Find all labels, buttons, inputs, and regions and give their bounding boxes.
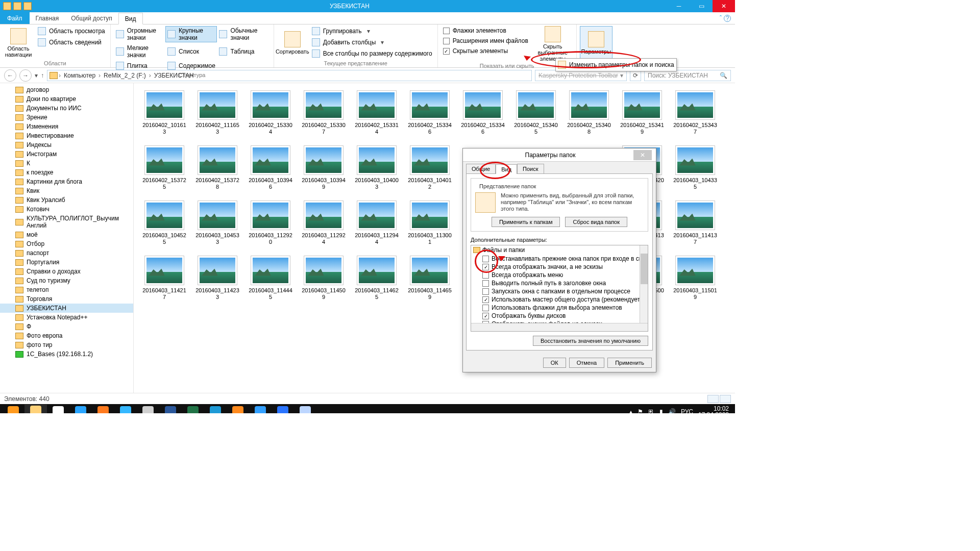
file-thumb[interactable]: 20160402_153725 [138, 145, 191, 190]
layout-small[interactable]: Мелкие значки [114, 43, 165, 60]
tree-item[interactable]: к поездке [0, 168, 133, 177]
taskbar-app-excel[interactable] [182, 405, 204, 413]
layout-normal[interactable]: Обычные значки [217, 26, 268, 42]
file-thumb[interactable]: 20160402_153304 [244, 90, 297, 135]
view-details-button[interactable] [707, 395, 719, 403]
file-thumb[interactable]: 20160403_103949 [297, 145, 350, 190]
advanced-option[interactable]: Отображать буквы дисков [471, 312, 648, 320]
breadcrumb-seg[interactable]: ReMix_2_2 (F:) [102, 72, 148, 79]
tree-item[interactable]: Картинки для блога [0, 177, 133, 186]
view-icons-button[interactable] [720, 395, 731, 403]
tree-item[interactable]: паспорт [0, 248, 133, 258]
advanced-option[interactable]: Запускать окна с папками в отдельном про… [471, 287, 648, 295]
tree-item[interactable]: Установка Notepad++ [0, 313, 133, 322]
tree-item[interactable]: телетоп [0, 285, 133, 294]
tray-clock[interactable]: 10:02 17.04.2020 [698, 406, 729, 413]
tree-item[interactable]: Торговля [0, 294, 133, 304]
file-thumb[interactable]: 20160402_153728 [191, 145, 244, 190]
hide-selected-button[interactable]: Скрыть выбранные элементы [532, 26, 573, 62]
advanced-option[interactable]: Использовать мастер общего доступа (реко… [471, 295, 648, 304]
scrollbar-horizontal[interactable] [471, 323, 648, 331]
qat-icon[interactable] [13, 2, 21, 10]
dlg-tab-general[interactable]: Общие [466, 164, 496, 173]
qat-icon[interactable] [3, 2, 11, 10]
sort-button[interactable]: Сортировать [277, 26, 308, 59]
back-button[interactable]: ← [4, 69, 16, 82]
advanced-option[interactable]: Использовать флажки для выбора элементов [471, 304, 648, 312]
tray-up-icon[interactable]: ▴ [629, 408, 632, 413]
show-extensions[interactable]: Расширения имен файлов [441, 36, 530, 45]
scrollbar-vertical[interactable] [640, 245, 648, 323]
file-thumb[interactable]: 20160402_153314 [350, 90, 403, 135]
dialog-close-button[interactable]: ✕ [633, 150, 652, 160]
system-tray[interactable]: ▴ ⚑ ⛨ ▮ 🔊 РУС 10:02 17.04.2020 [629, 406, 733, 413]
tree-item[interactable]: Зрение [0, 113, 133, 122]
tree-item[interactable]: договор [0, 85, 133, 94]
file-thumb[interactable]: 20160403_114217 [138, 256, 191, 300]
taskbar-app-at[interactable] [204, 405, 227, 413]
tree-item[interactable]: моё [0, 230, 133, 239]
file-thumb[interactable]: 20160403_112920 [244, 201, 297, 245]
taskbar-app-fox[interactable] [227, 405, 249, 413]
tree-item[interactable]: Документы по ИИС [0, 104, 133, 113]
tree-item[interactable]: К [0, 159, 133, 168]
file-thumb[interactable]: 20160403_104003 [350, 145, 403, 190]
tree-item[interactable]: Ф [0, 322, 133, 331]
tree-item[interactable]: Суд по туризму [0, 276, 133, 285]
taskbar-app-7zip[interactable] [137, 405, 159, 413]
taskbar-app-media[interactable] [2, 405, 24, 413]
layout-list[interactable]: Список [165, 43, 217, 60]
tree-item[interactable]: Справки о доходах [0, 267, 133, 276]
apply-to-folders-button[interactable]: Применить к папкам [492, 217, 560, 227]
tray-flag-icon[interactable]: ⚑ [638, 408, 643, 413]
file-thumb[interactable]: 20160403_104012 [403, 145, 456, 190]
ok-button[interactable]: ОК [543, 358, 566, 368]
file-thumb[interactable]: 20160403_104533 [191, 201, 244, 245]
file-thumb[interactable]: 20160403_115019 [669, 256, 722, 300]
file-thumb[interactable]: 20160403_104525 [138, 201, 191, 245]
taskbar-app-firefox[interactable] [92, 405, 114, 413]
tree-item[interactable]: Португалия [0, 258, 133, 267]
close-button[interactable]: ✕ [713, 0, 735, 12]
dlg-tab-search[interactable]: Поиск [517, 164, 544, 173]
tray-volume-icon[interactable]: 🔊 [668, 408, 676, 413]
file-thumb[interactable]: 20160403_112924 [297, 201, 350, 245]
tree-item[interactable]: Квик Уралсиб [0, 195, 133, 205]
advanced-option[interactable]: Выводить полный путь в заголовке окна [471, 279, 648, 287]
ribbon-collapse[interactable]: ˆ ? [716, 12, 735, 24]
group-button[interactable]: Группировать▾ [310, 26, 434, 36]
file-thumb[interactable]: 20160403_114445 [244, 256, 297, 300]
breadcrumb-seg[interactable]: Компьютер [62, 72, 97, 79]
fitcols-button[interactable]: Все столбцы по размеру содержимого [310, 48, 434, 59]
tray-lang[interactable]: РУС [681, 408, 693, 413]
file-thumb[interactable]: 20160403_114659 [403, 256, 456, 300]
tree-item[interactable]: Индексы [0, 140, 133, 149]
apply-button[interactable]: Применить [607, 358, 652, 368]
file-thumb[interactable]: 20160402_153408 [562, 90, 616, 135]
tree-item[interactable]: КУЛЬТУРА_ПОЛИГЛОТ_Выучим Англий [0, 214, 133, 230]
layout-table[interactable]: Таблица [217, 43, 268, 60]
dlg-tab-view[interactable]: Вид [496, 164, 517, 174]
nav-pane-button[interactable]: Область навигации [3, 26, 34, 59]
file-thumb[interactable]: 20160403_113001 [403, 201, 456, 245]
qat-icon[interactable] [23, 2, 32, 10]
taskbar-app-yandex[interactable] [47, 405, 69, 413]
tray-shield-icon[interactable]: ⛨ [648, 408, 654, 413]
file-thumb[interactable]: 20160403_114509 [297, 256, 350, 300]
tab-home[interactable]: Главная [30, 12, 65, 24]
tab-view[interactable]: Вид [118, 13, 143, 24]
taskbar-app-app1[interactable] [114, 405, 137, 413]
recent-button[interactable]: ▾ [35, 72, 38, 79]
layout-huge[interactable]: Огромные значки [114, 26, 165, 42]
up-button[interactable]: ↑ [41, 72, 44, 79]
taskbar-app-thunderbird[interactable] [272, 405, 294, 413]
show-checkboxes[interactable]: Флажки элементов [441, 26, 530, 35]
tree-item[interactable]: Доки по квартире [0, 94, 133, 104]
layout-large[interactable]: Крупные значки [165, 26, 217, 42]
file-thumb[interactable]: 20160403_114233 [191, 256, 244, 300]
file-thumb[interactable]: 20160403_112944 [350, 201, 403, 245]
tree-item[interactable]: фото тир [0, 340, 133, 349]
nav-tree[interactable]: договорДоки по квартиреДокументы по ИИСЗ… [0, 83, 134, 393]
file-tab[interactable]: Файл [0, 12, 30, 24]
file-thumb[interactable]: 20160402_153307 [297, 90, 350, 135]
